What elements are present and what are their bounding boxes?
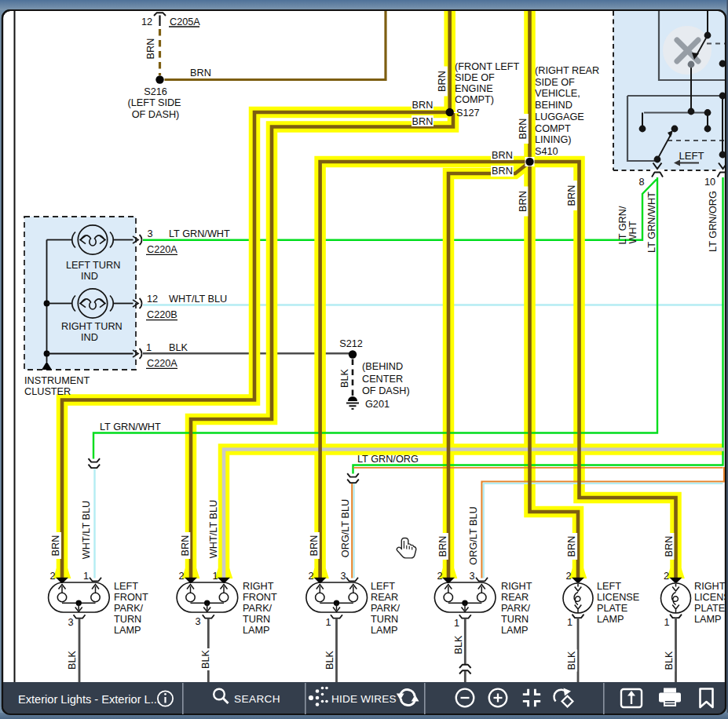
svg-text:VEHICLE,: VEHICLE, xyxy=(535,88,580,99)
svg-text:LT GRN/ORG: LT GRN/ORG xyxy=(357,454,419,465)
svg-text:TURN: TURN xyxy=(114,614,141,625)
svg-text:1: 1 xyxy=(325,617,331,628)
svg-text:BRN: BRN xyxy=(566,536,577,557)
svg-text:TURN: TURN xyxy=(501,614,529,625)
svg-text:SIDE OF: SIDE OF xyxy=(455,72,495,83)
svg-text:BLK: BLK xyxy=(453,635,464,655)
svg-text:BRN: BRN xyxy=(412,116,434,127)
svg-text:RIGHT: RIGHT xyxy=(243,581,274,592)
svg-text:C205A: C205A xyxy=(170,16,200,27)
svg-text:3: 3 xyxy=(68,617,73,628)
svg-text:BRN: BRN xyxy=(145,38,156,60)
svg-text:G201: G201 xyxy=(365,399,390,410)
svg-text:S216: S216 xyxy=(144,86,167,97)
svg-text:HIDE WIRES: HIDE WIRES xyxy=(331,693,397,705)
svg-text:BRN: BRN xyxy=(518,119,529,140)
svg-text:BRN: BRN xyxy=(412,100,434,111)
svg-text:1: 1 xyxy=(212,571,218,582)
svg-text:1: 1 xyxy=(664,617,669,628)
svg-text:1: 1 xyxy=(146,342,152,353)
svg-text:BLK: BLK xyxy=(339,368,350,388)
svg-text:C220A: C220A xyxy=(147,358,177,369)
svg-text:LT GRN/WHT: LT GRN/WHT xyxy=(169,228,230,239)
svg-text:BRN: BRN xyxy=(492,166,513,177)
svg-text:3: 3 xyxy=(469,571,474,582)
svg-text:PARK/: PARK/ xyxy=(371,603,401,614)
svg-text:WHT/LT BLU: WHT/LT BLU xyxy=(208,500,219,558)
svg-text:2: 2 xyxy=(565,571,571,582)
svg-text:LAMP: LAMP xyxy=(371,625,398,636)
svg-text:ORG/LT BLU: ORG/LT BLU xyxy=(468,506,479,564)
svg-text:ORG/LT BLU: ORG/LT BLU xyxy=(340,499,351,557)
svg-text:BRN: BRN xyxy=(190,68,211,78)
svg-text:LEFT: LEFT xyxy=(679,150,704,162)
svg-text:WHT: WHT xyxy=(627,221,638,243)
svg-text:BRN: BRN xyxy=(437,71,448,92)
svg-text:2: 2 xyxy=(49,571,55,582)
svg-text:IND: IND xyxy=(81,271,98,282)
svg-text:BLK: BLK xyxy=(200,649,211,669)
svg-text:BLK: BLK xyxy=(324,650,335,670)
svg-text:1: 1 xyxy=(454,618,459,629)
svg-text:(LEFT SIDE: (LEFT SIDE xyxy=(127,97,181,108)
svg-text:BRN: BRN xyxy=(664,536,675,557)
svg-text:RIGHT TURN: RIGHT TURN xyxy=(61,321,123,332)
svg-text:C220B: C220B xyxy=(147,309,177,320)
svg-text:CLUSTER: CLUSTER xyxy=(24,386,71,397)
svg-text:FRONT: FRONT xyxy=(114,592,148,603)
svg-text:LT GRN/WHT: LT GRN/WHT xyxy=(646,192,657,253)
svg-text:2: 2 xyxy=(664,571,669,582)
svg-text:TURN: TURN xyxy=(371,614,398,625)
svg-text:FRONT: FRONT xyxy=(243,592,277,603)
svg-text:LAMP: LAMP xyxy=(243,625,270,636)
svg-text:BLK: BLK xyxy=(67,650,78,670)
svg-text:IND: IND xyxy=(81,332,98,343)
svg-text:SEARCH: SEARCH xyxy=(234,693,280,705)
svg-text:BLK: BLK xyxy=(169,342,188,353)
svg-text:LUGGAGE: LUGGAGE xyxy=(535,111,584,122)
svg-text:PLATE: PLATE xyxy=(597,603,627,614)
svg-text:Exterior Lights - Exterior L..: Exterior Lights - Exterior L... xyxy=(18,693,160,706)
svg-text:RIGHT: RIGHT xyxy=(501,581,532,592)
svg-text:BEHIND: BEHIND xyxy=(535,100,573,111)
svg-text:WHT/LT BLU: WHT/LT BLU xyxy=(169,294,227,305)
svg-text:COMPT: COMPT xyxy=(535,123,571,134)
svg-text:BRN: BRN xyxy=(437,536,448,557)
svg-text:RIGHT: RIGHT xyxy=(694,581,726,592)
svg-text:8: 8 xyxy=(638,177,644,188)
svg-text:LAMP: LAMP xyxy=(501,625,529,636)
svg-text:3: 3 xyxy=(340,571,346,582)
svg-text:REAR: REAR xyxy=(501,592,529,603)
svg-text:BRN: BRN xyxy=(180,535,191,557)
svg-text:PARK/: PARK/ xyxy=(243,603,273,614)
svg-text:LEFT TURN: LEFT TURN xyxy=(66,260,120,271)
svg-text:INSTRUMENT: INSTRUMENT xyxy=(24,375,90,386)
svg-text:PARK/: PARK/ xyxy=(114,603,144,614)
svg-text:LAMP: LAMP xyxy=(694,614,722,625)
svg-text:WHT/LT BLU: WHT/LT BLU xyxy=(81,501,92,559)
svg-text:2: 2 xyxy=(308,571,313,582)
svg-text:S127: S127 xyxy=(456,108,480,119)
svg-text:LEFT: LEFT xyxy=(371,581,395,592)
svg-text:LT GRN/ORG: LT GRN/ORG xyxy=(708,191,719,252)
svg-text:S212: S212 xyxy=(339,338,363,349)
svg-text:3: 3 xyxy=(147,228,152,239)
svg-text:(BEHIND: (BEHIND xyxy=(362,361,403,372)
svg-text:1: 1 xyxy=(567,617,573,628)
svg-text:BLK: BLK xyxy=(566,651,577,670)
svg-text:2: 2 xyxy=(178,571,184,582)
svg-text:S410: S410 xyxy=(535,146,558,157)
svg-text:1: 1 xyxy=(83,571,89,582)
svg-text:C220A: C220A xyxy=(147,244,177,255)
svg-text:OF DASH): OF DASH) xyxy=(362,385,410,396)
svg-text:LT GRN/WHT: LT GRN/WHT xyxy=(100,422,161,432)
svg-text:10: 10 xyxy=(704,177,715,188)
svg-text:12: 12 xyxy=(141,16,152,27)
svg-text:REAR: REAR xyxy=(371,592,398,603)
svg-text:LICENSE: LICENSE xyxy=(597,592,639,603)
svg-text:BRN: BRN xyxy=(309,535,320,557)
svg-text:LEFT: LEFT xyxy=(597,581,621,592)
svg-text:LAMP: LAMP xyxy=(114,625,141,636)
svg-text:PLATE: PLATE xyxy=(694,603,725,614)
svg-text:ENGINE: ENGINE xyxy=(455,83,493,94)
